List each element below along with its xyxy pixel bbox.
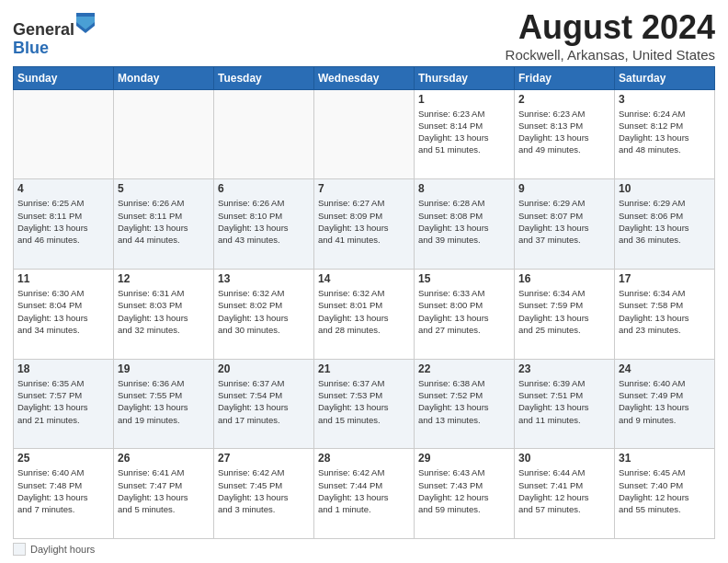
- day-info: Sunrise: 6:27 AM Sunset: 8:09 PM Dayligh…: [318, 197, 410, 246]
- calendar-day: 19Sunrise: 6:36 AM Sunset: 7:55 PM Dayli…: [114, 359, 214, 449]
- logo-area: General Blue: [13, 9, 95, 58]
- calendar-day: 10Sunrise: 6:29 AM Sunset: 8:06 PM Dayli…: [615, 179, 715, 270]
- day-info: Sunrise: 6:33 AM Sunset: 8:00 PM Dayligh…: [418, 287, 510, 336]
- day-number: 16: [518, 272, 610, 285]
- calendar-day: 6Sunrise: 6:26 AM Sunset: 8:10 PM Daylig…: [214, 179, 314, 270]
- calendar-header-wednesday: Wednesday: [314, 66, 415, 89]
- footer: Daylight hours: [13, 543, 715, 556]
- calendar-day: 16Sunrise: 6:34 AM Sunset: 7:59 PM Dayli…: [515, 269, 615, 359]
- day-number: 31: [619, 452, 711, 465]
- day-info: Sunrise: 6:43 AM Sunset: 7:43 PM Dayligh…: [418, 466, 510, 515]
- day-info: Sunrise: 6:31 AM Sunset: 8:03 PM Dayligh…: [118, 287, 210, 336]
- calendar-header-tuesday: Tuesday: [214, 66, 314, 89]
- day-info: Sunrise: 6:39 AM Sunset: 7:51 PM Dayligh…: [518, 377, 610, 426]
- day-number: 9: [518, 182, 610, 195]
- calendar-day: 4Sunrise: 6:25 AM Sunset: 8:11 PM Daylig…: [14, 179, 114, 270]
- day-info: Sunrise: 6:26 AM Sunset: 8:10 PM Dayligh…: [218, 197, 310, 246]
- calendar-day: 11Sunrise: 6:30 AM Sunset: 8:04 PM Dayli…: [14, 269, 114, 359]
- calendar-day: [314, 89, 415, 179]
- day-info: Sunrise: 6:36 AM Sunset: 7:55 PM Dayligh…: [118, 377, 210, 426]
- day-number: 21: [318, 362, 410, 375]
- day-info: Sunrise: 6:37 AM Sunset: 7:54 PM Dayligh…: [218, 377, 310, 426]
- day-info: Sunrise: 6:37 AM Sunset: 7:53 PM Dayligh…: [318, 377, 410, 426]
- day-number: 2: [518, 93, 610, 106]
- day-number: 24: [619, 362, 711, 375]
- calendar-day: 13Sunrise: 6:32 AM Sunset: 8:02 PM Dayli…: [214, 269, 314, 359]
- day-number: 18: [17, 362, 109, 375]
- calendar-header-friday: Friday: [515, 66, 615, 89]
- day-number: 15: [418, 272, 510, 285]
- calendar-week-1: 1Sunrise: 6:23 AM Sunset: 8:14 PM Daylig…: [14, 89, 715, 179]
- calendar: SundayMondayTuesdayWednesdayThursdayFrid…: [13, 66, 715, 539]
- day-number: 26: [118, 452, 210, 465]
- calendar-day: 25Sunrise: 6:40 AM Sunset: 7:48 PM Dayli…: [14, 449, 114, 539]
- day-number: 29: [418, 452, 510, 465]
- legend-label: Daylight hours: [30, 544, 95, 555]
- day-info: Sunrise: 6:29 AM Sunset: 8:07 PM Dayligh…: [518, 197, 610, 246]
- day-info: Sunrise: 6:23 AM Sunset: 8:13 PM Dayligh…: [518, 108, 610, 156]
- day-number: 19: [118, 362, 210, 375]
- calendar-day: 20Sunrise: 6:37 AM Sunset: 7:54 PM Dayli…: [214, 359, 314, 449]
- calendar-day: 31Sunrise: 6:45 AM Sunset: 7:40 PM Dayli…: [615, 449, 715, 539]
- day-number: 3: [619, 93, 711, 106]
- day-info: Sunrise: 6:44 AM Sunset: 7:41 PM Dayligh…: [518, 466, 610, 515]
- day-info: Sunrise: 6:42 AM Sunset: 7:45 PM Dayligh…: [218, 466, 310, 515]
- logo: General Blue: [13, 13, 95, 58]
- day-number: 1: [418, 93, 510, 106]
- calendar-header-monday: Monday: [114, 66, 214, 89]
- calendar-day: 27Sunrise: 6:42 AM Sunset: 7:45 PM Dayli…: [214, 449, 314, 539]
- calendar-day: 21Sunrise: 6:37 AM Sunset: 7:53 PM Dayli…: [314, 359, 415, 449]
- page: General Blue August 2024 Rockwell, Arkan…: [0, 0, 728, 563]
- day-info: Sunrise: 6:28 AM Sunset: 8:08 PM Dayligh…: [418, 197, 510, 246]
- day-info: Sunrise: 6:45 AM Sunset: 7:40 PM Dayligh…: [619, 466, 711, 515]
- day-number: 22: [418, 362, 510, 375]
- calendar-day: 14Sunrise: 6:32 AM Sunset: 8:01 PM Dayli…: [314, 269, 415, 359]
- day-info: Sunrise: 6:30 AM Sunset: 8:04 PM Dayligh…: [17, 287, 109, 336]
- day-info: Sunrise: 6:32 AM Sunset: 8:02 PM Dayligh…: [218, 287, 310, 336]
- day-info: Sunrise: 6:26 AM Sunset: 8:11 PM Dayligh…: [118, 197, 210, 246]
- day-number: 23: [518, 362, 610, 375]
- title-area: August 2024 Rockwell, Arkansas, United S…: [506, 9, 715, 63]
- day-number: 17: [619, 272, 711, 285]
- logo-general-text: General: [13, 20, 74, 39]
- day-number: 7: [318, 182, 410, 195]
- day-info: Sunrise: 6:29 AM Sunset: 8:06 PM Dayligh…: [619, 197, 711, 246]
- day-number: 27: [218, 452, 310, 465]
- day-number: 4: [17, 182, 109, 195]
- main-title: August 2024: [506, 9, 715, 46]
- day-info: Sunrise: 6:34 AM Sunset: 7:59 PM Dayligh…: [518, 287, 610, 336]
- calendar-day: 12Sunrise: 6:31 AM Sunset: 8:03 PM Dayli…: [114, 269, 214, 359]
- calendar-week-2: 4Sunrise: 6:25 AM Sunset: 8:11 PM Daylig…: [14, 179, 715, 270]
- day-info: Sunrise: 6:25 AM Sunset: 8:11 PM Dayligh…: [17, 197, 109, 246]
- day-number: 25: [17, 452, 109, 465]
- calendar-day: 26Sunrise: 6:41 AM Sunset: 7:47 PM Dayli…: [114, 449, 214, 539]
- legend-box: [13, 543, 26, 556]
- day-number: 10: [619, 182, 711, 195]
- calendar-day: 3Sunrise: 6:24 AM Sunset: 8:12 PM Daylig…: [615, 89, 715, 179]
- calendar-day: [14, 89, 114, 179]
- calendar-header-saturday: Saturday: [615, 66, 715, 89]
- calendar-header-row: SundayMondayTuesdayWednesdayThursdayFrid…: [14, 66, 715, 89]
- calendar-day: 30Sunrise: 6:44 AM Sunset: 7:41 PM Dayli…: [515, 449, 615, 539]
- day-number: 5: [118, 182, 210, 195]
- header: General Blue August 2024 Rockwell, Arkan…: [13, 9, 715, 63]
- calendar-day: 28Sunrise: 6:42 AM Sunset: 7:44 PM Dayli…: [314, 449, 415, 539]
- calendar-day: 23Sunrise: 6:39 AM Sunset: 7:51 PM Dayli…: [515, 359, 615, 449]
- calendar-day: 2Sunrise: 6:23 AM Sunset: 8:13 PM Daylig…: [515, 89, 615, 179]
- day-number: 8: [418, 182, 510, 195]
- day-number: 20: [218, 362, 310, 375]
- day-info: Sunrise: 6:38 AM Sunset: 7:52 PM Dayligh…: [418, 377, 510, 426]
- day-info: Sunrise: 6:40 AM Sunset: 7:48 PM Dayligh…: [17, 466, 109, 515]
- calendar-day: 7Sunrise: 6:27 AM Sunset: 8:09 PM Daylig…: [314, 179, 415, 270]
- calendar-day: [214, 89, 314, 179]
- calendar-header-thursday: Thursday: [415, 66, 515, 89]
- day-number: 14: [318, 272, 410, 285]
- day-info: Sunrise: 6:41 AM Sunset: 7:47 PM Dayligh…: [118, 466, 210, 515]
- day-number: 11: [17, 272, 109, 285]
- day-number: 12: [118, 272, 210, 285]
- day-info: Sunrise: 6:35 AM Sunset: 7:57 PM Dayligh…: [17, 377, 109, 426]
- calendar-week-5: 25Sunrise: 6:40 AM Sunset: 7:48 PM Dayli…: [14, 449, 715, 539]
- calendar-day: 24Sunrise: 6:40 AM Sunset: 7:49 PM Dayli…: [615, 359, 715, 449]
- day-number: 6: [218, 182, 310, 195]
- calendar-day: 18Sunrise: 6:35 AM Sunset: 7:57 PM Dayli…: [14, 359, 114, 449]
